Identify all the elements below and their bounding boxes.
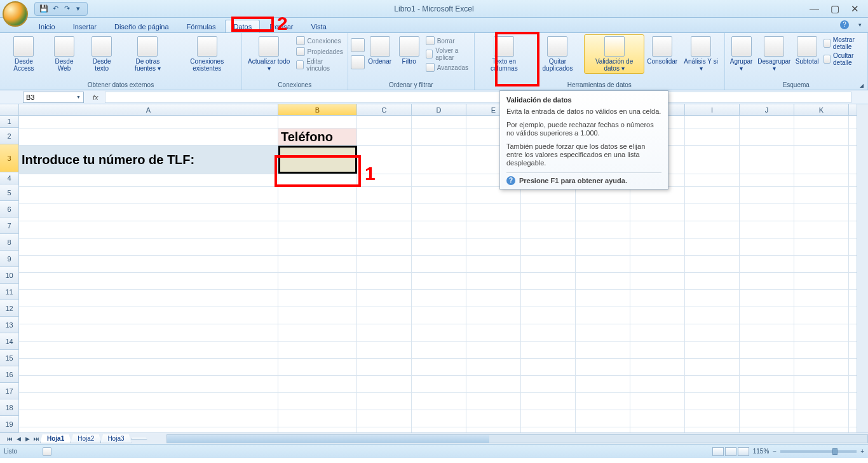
cell-h6[interactable]	[630, 204, 685, 221]
cell-d11[interactable]	[412, 290, 466, 307]
tab-nav-prev[interactable]: ◀	[14, 434, 23, 443]
qat-customize-icon[interactable]: ▾	[73, 4, 83, 14]
cell-b17[interactable]	[278, 393, 357, 410]
cell-a1[interactable]	[19, 116, 278, 128]
cell-e6[interactable]	[466, 204, 521, 221]
cell-a8[interactable]	[19, 238, 278, 255]
btn-borrar-filtro[interactable]: Borrar	[424, 36, 471, 46]
row-header-18[interactable]: 18	[0, 399, 19, 416]
col-header-j[interactable]: J	[740, 104, 794, 115]
cell-c11[interactable]	[357, 290, 412, 307]
cell-i7[interactable]	[685, 221, 740, 238]
tab-formulas[interactable]: Fórmulas	[179, 20, 224, 32]
col-header-i[interactable]: I	[685, 104, 740, 115]
cell-k16[interactable]	[794, 376, 849, 392]
btn-otras-fuentes[interactable]: De otras fuentes ▾	[121, 34, 174, 74]
btn-desagrupar[interactable]: Desagrupar ▾	[757, 34, 792, 74]
cell-i15[interactable]	[685, 359, 740, 375]
zoom-in-button[interactable]: +	[860, 448, 864, 455]
btn-mostrar-detalle[interactable]: Mostrar detalle	[822, 36, 865, 51]
cell-a16[interactable]	[19, 376, 278, 392]
btn-avanzadas[interactable]: Avanzadas	[424, 62, 471, 73]
cell-b1[interactable]	[278, 116, 357, 128]
sort-desc-icon[interactable]	[351, 55, 365, 69]
cell-d8[interactable]	[412, 238, 466, 255]
cell-h15[interactable]	[630, 359, 685, 375]
cell-c17[interactable]	[357, 393, 412, 410]
cell-d13[interactable]	[412, 324, 466, 341]
cell-a9[interactable]	[19, 256, 278, 272]
row-header-1[interactable]: 1	[0, 116, 19, 128]
cell-k14[interactable]	[794, 342, 849, 358]
new-sheet-button[interactable]	[131, 438, 147, 439]
btn-desde-texto[interactable]: Desde texto	[83, 34, 120, 74]
cell-a3[interactable]: Introduce tu número de TLF:	[19, 146, 278, 174]
cell-e18[interactable]	[466, 410, 521, 427]
btn-desde-access[interactable]: Desde Access	[3, 34, 45, 74]
minimize-button[interactable]: —	[810, 3, 819, 15]
cell-f9[interactable]	[521, 256, 576, 272]
cell-a10[interactable]	[19, 273, 278, 289]
row-header-8[interactable]: 8	[0, 234, 19, 251]
btn-ordenar[interactable]: Ordenar	[366, 34, 394, 67]
cell-k3[interactable]	[794, 146, 849, 174]
fx-icon[interactable]: fx	[93, 93, 98, 101]
row-header-15[interactable]: 15	[0, 350, 19, 366]
cell-a7[interactable]	[19, 221, 278, 238]
cell-a14[interactable]	[19, 342, 278, 358]
cell-d2[interactable]	[412, 128, 466, 145]
cell-d1[interactable]	[412, 116, 466, 128]
row-header-11[interactable]: 11	[0, 284, 19, 300]
cell-k9[interactable]	[794, 256, 849, 272]
cell-g6[interactable]	[576, 204, 630, 221]
cell-j15[interactable]	[740, 359, 794, 375]
cell-g10[interactable]	[576, 273, 630, 289]
cell-a4[interactable]	[19, 174, 278, 186]
view-page-layout-button[interactable]	[725, 447, 736, 456]
cell-j6[interactable]	[740, 204, 794, 221]
cell-a19[interactable]	[19, 427, 278, 432]
cell-b5[interactable]	[278, 187, 357, 204]
help-icon[interactable]: ?	[840, 20, 849, 29]
row-header-12[interactable]: 12	[0, 300, 19, 317]
col-header-a[interactable]: A	[19, 104, 278, 115]
vertical-scrollbar[interactable]	[857, 104, 868, 432]
minimize-ribbon-icon[interactable]: ▾	[858, 22, 862, 28]
cell-i9[interactable]	[685, 256, 740, 272]
cell-g8[interactable]	[576, 238, 630, 255]
col-header-k[interactable]: K	[794, 104, 849, 115]
cell-j11[interactable]	[740, 290, 794, 307]
cell-j4[interactable]	[740, 174, 794, 186]
cell-b3-selected[interactable]	[278, 146, 357, 174]
btn-propiedades[interactable]: Propiedades	[295, 46, 345, 57]
cell-j16[interactable]	[740, 376, 794, 392]
cell-e12[interactable]	[466, 307, 521, 324]
cell-h16[interactable]	[630, 376, 685, 392]
cell-j12[interactable]	[740, 307, 794, 324]
cell-c16[interactable]	[357, 376, 412, 392]
cell-h8[interactable]	[630, 238, 685, 255]
cell-g18[interactable]	[576, 410, 630, 427]
cell-i12[interactable]	[685, 307, 740, 324]
cell-j8[interactable]	[740, 238, 794, 255]
undo-icon[interactable]: ↶	[50, 4, 60, 14]
cell-b2[interactable]: Teléfono	[278, 128, 357, 145]
cell-c5[interactable]	[357, 187, 412, 204]
view-page-break-button[interactable]	[738, 447, 749, 456]
cell-i1[interactable]	[685, 116, 740, 128]
cell-c13[interactable]	[357, 324, 412, 341]
cell-f13[interactable]	[521, 324, 576, 341]
cell-g17[interactable]	[576, 393, 630, 410]
cell-g13[interactable]	[576, 324, 630, 341]
cell-h17[interactable]	[630, 393, 685, 410]
cell-b14[interactable]	[278, 342, 357, 358]
cell-k17[interactable]	[794, 393, 849, 410]
row-header-19[interactable]: 19	[0, 416, 19, 432]
cell-j1[interactable]	[740, 116, 794, 128]
cell-b4[interactable]	[278, 174, 357, 186]
col-header-c[interactable]: C	[357, 104, 412, 115]
cell-e10[interactable]	[466, 273, 521, 289]
office-button[interactable]	[3, 1, 28, 27]
formula-input[interactable]	[105, 92, 851, 103]
cell-a15[interactable]	[19, 359, 278, 375]
